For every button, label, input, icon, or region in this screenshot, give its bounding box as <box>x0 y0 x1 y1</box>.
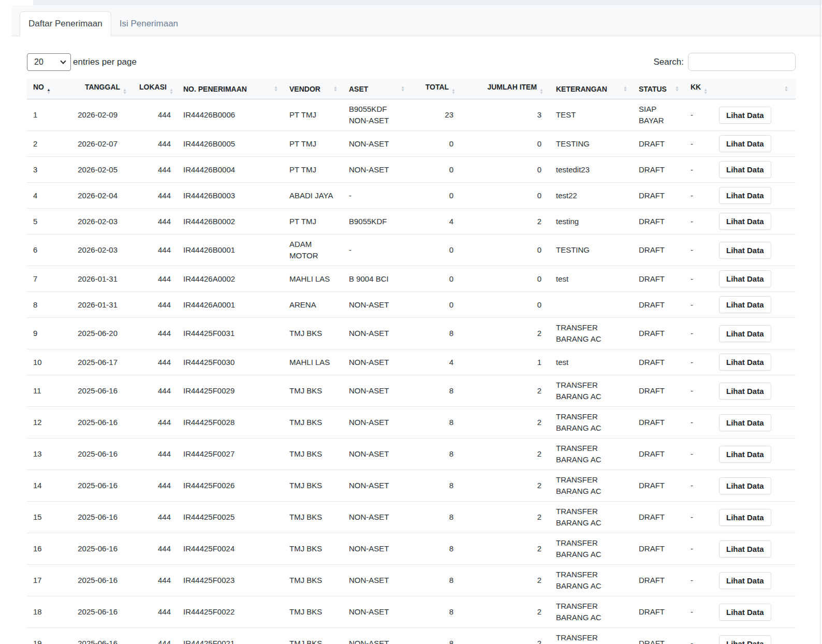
lihat-data-button[interactable]: Lihat Data <box>719 540 771 558</box>
column-label: NO <box>33 83 44 91</box>
cell-status: DRAFT <box>633 266 684 292</box>
cell-keterangan: TESTING <box>550 235 633 266</box>
cell-status: DRAFT <box>633 235 684 266</box>
column-header-aset[interactable]: ASET▲▼ <box>343 79 410 99</box>
sort-icon: ▲▼ <box>784 86 788 92</box>
cell-total: 4 <box>410 349 462 375</box>
sort-icon: ▲▼ <box>274 86 278 92</box>
cell-total: 8 <box>410 565 462 596</box>
cell-aset: NON-ASET <box>343 596 410 628</box>
lihat-data-button[interactable]: Lihat Data <box>719 213 771 230</box>
cell-keterangan: testing <box>550 209 633 235</box>
column-header-jumlah_item[interactable]: JUMLAH ITEM▲▼ <box>462 79 550 99</box>
cell-no: 6 <box>27 235 55 266</box>
cell-lokasi: 444 <box>133 292 177 318</box>
tab-daftar-penerimaan[interactable]: Daftar Penerimaan <box>20 11 111 36</box>
cell-no_penerimaan: IR44425F0027 <box>177 438 283 470</box>
table-row: 52026-02-03444IR44426B0002PT TMJB9055KDF… <box>27 209 796 235</box>
column-header-kk[interactable]: KK▲▼ <box>684 79 713 99</box>
lihat-data-button[interactable]: Lihat Data <box>719 242 771 259</box>
lihat-data-button[interactable]: Lihat Data <box>719 325 771 342</box>
cell-jumlah_item: 0 <box>462 131 550 157</box>
cell-lokasi: 444 <box>133 628 177 644</box>
entries-per-page-select[interactable]: 20 <box>27 53 71 71</box>
table-row: 172025-06-16444IR44425F0023TMJ BKSNON-AS… <box>27 565 796 596</box>
column-header-status[interactable]: STATUS▲▼ <box>633 79 684 99</box>
cell-kk: - <box>684 470 713 502</box>
lihat-data-button[interactable]: Lihat Data <box>719 107 771 124</box>
cell-no_penerimaan: IR44426B0005 <box>177 131 283 157</box>
lihat-data-button[interactable]: Lihat Data <box>719 296 771 313</box>
table-row: 112025-06-16444IR44425F0029TMJ BKSNON-AS… <box>27 375 796 407</box>
cell-aset: NON-ASET <box>343 438 410 470</box>
cell-no: 14 <box>27 470 55 502</box>
cell-status: DRAFT <box>633 628 684 644</box>
cell-lokasi: 444 <box>133 349 177 375</box>
lihat-data-button[interactable]: Lihat Data <box>719 635 771 644</box>
column-header-keterangan[interactable]: KETERANGAN▲▼ <box>550 79 633 99</box>
column-header-total[interactable]: TOTAL▲▼ <box>410 79 462 99</box>
lihat-data-button[interactable]: Lihat Data <box>719 383 771 400</box>
cell-aksi: Lihat Data <box>713 235 796 266</box>
cell-total: 8 <box>410 628 462 644</box>
cell-vendor: TMJ BKS <box>283 318 343 349</box>
cell-total: 8 <box>410 318 462 349</box>
cell-keterangan: TESTING <box>550 131 633 157</box>
cell-aset: NON-ASET <box>343 349 410 375</box>
cell-kk: - <box>684 131 713 157</box>
lihat-data-button[interactable]: Lihat Data <box>719 354 771 371</box>
cell-status: DRAFT <box>633 375 684 407</box>
lihat-data-button[interactable]: Lihat Data <box>719 270 771 287</box>
cell-total: 0 <box>410 292 462 318</box>
cell-no: 10 <box>27 349 55 375</box>
cell-no: 9 <box>27 318 55 349</box>
cell-keterangan: test <box>550 349 633 375</box>
column-label: JUMLAH ITEM <box>487 83 537 91</box>
lihat-data-button[interactable]: Lihat Data <box>719 446 771 463</box>
cell-no_penerimaan: IR44425F0022 <box>177 596 283 628</box>
sort-icon: ▲▼ <box>703 89 708 95</box>
search-input[interactable] <box>688 53 796 71</box>
cell-status: DRAFT <box>633 596 684 628</box>
column-header-no_penerimaan[interactable]: NO. PENERIMAAN▲▼ <box>177 79 283 99</box>
lihat-data-button[interactable]: Lihat Data <box>719 161 771 178</box>
cell-aksi: Lihat Data <box>713 349 796 375</box>
cell-tanggal: 2025-06-17 <box>55 349 133 375</box>
lihat-data-button[interactable]: Lihat Data <box>719 477 771 494</box>
lihat-data-button[interactable]: Lihat Data <box>719 135 771 152</box>
cell-aset: - <box>343 183 410 209</box>
column-header-lokasi[interactable]: LOKASI▲▼ <box>133 79 177 99</box>
cell-total: 8 <box>410 375 462 407</box>
cell-jumlah_item: 2 <box>462 596 550 628</box>
table-row: 22026-02-07444IR44426B0005PT TMJNON-ASET… <box>27 131 796 157</box>
column-header-tanggal[interactable]: TANGGAL▲▼ <box>55 79 133 99</box>
cell-aksi: Lihat Data <box>713 565 796 596</box>
lihat-data-button[interactable]: Lihat Data <box>719 414 771 431</box>
cell-tanggal: 2025-06-16 <box>55 565 133 596</box>
lihat-data-button[interactable]: Lihat Data <box>719 604 771 621</box>
search-control: Search: <box>653 53 796 71</box>
cell-aksi: Lihat Data <box>713 157 796 183</box>
cell-keterangan: test <box>550 266 633 292</box>
lihat-data-button[interactable]: Lihat Data <box>719 187 771 204</box>
cell-vendor: MAHLI LAS <box>283 266 343 292</box>
cell-aset: NON-ASET <box>343 157 410 183</box>
cell-aksi: Lihat Data <box>713 292 796 318</box>
column-header-vendor[interactable]: VENDOR▲▼ <box>283 79 343 99</box>
column-header-aksi[interactable]: ▲▼ <box>713 79 796 99</box>
tab-isi-penerimaan[interactable]: Isi Penerimaan <box>111 12 186 36</box>
column-header-no[interactable]: NO▲▼ <box>27 79 55 99</box>
sort-icon: ▲▼ <box>401 86 405 92</box>
cell-kk: - <box>684 235 713 266</box>
column-label: NO. PENERIMAAN <box>183 85 247 93</box>
lihat-data-button[interactable]: Lihat Data <box>719 509 771 526</box>
cell-keterangan: TRANSFER BARANG AC <box>550 502 633 533</box>
cell-jumlah_item: 2 <box>462 470 550 502</box>
cell-no_penerimaan: IR44425F0025 <box>177 502 283 533</box>
cell-no: 5 <box>27 209 55 235</box>
cell-lokasi: 444 <box>133 209 177 235</box>
table-row: 162025-06-16444IR44425F0024TMJ BKSNON-AS… <box>27 533 796 565</box>
lihat-data-button[interactable]: Lihat Data <box>719 572 771 589</box>
cell-status: DRAFT <box>633 209 684 235</box>
cell-no: 19 <box>27 628 55 644</box>
